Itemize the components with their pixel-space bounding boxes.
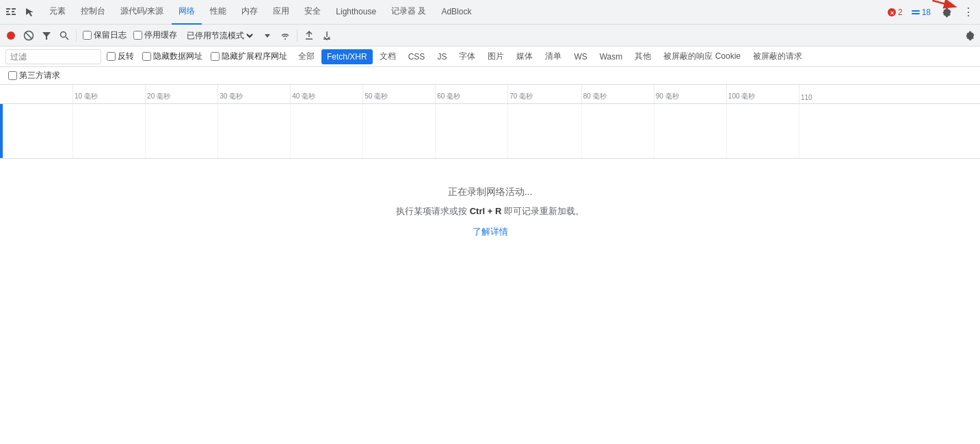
tab-performance[interactable]: 性能 [203, 0, 233, 25]
record-icon [5, 30, 16, 41]
third-party-checkbox[interactable]: 第三方请求 [5, 70, 63, 81]
timeline-grid-line [507, 104, 508, 158]
import-button[interactable] [301, 27, 317, 44]
tab-lighthouse[interactable]: Lighthouse [329, 0, 383, 25]
timeline-tick: 100 毫秒 [726, 85, 755, 103]
disable-cache-checkbox[interactable]: 停用缓存 [131, 29, 180, 41]
tab-network[interactable]: 网络 [172, 0, 202, 25]
error-icon: ✕ [887, 8, 897, 17]
filter-type-buttons: 全部Fetch/XHR文档CSSJS字体图片媒体清单WSWasm其他被屏蔽的响应… [293, 49, 808, 64]
timeline-tick-label: 90 毫秒 [654, 92, 679, 103]
network-settings-button[interactable] [961, 27, 977, 44]
tab-elements[interactable]: 元素 [42, 0, 72, 25]
timeline-grid-line [72, 104, 73, 158]
settings-button[interactable] [936, 3, 955, 22]
clear-button[interactable] [21, 27, 37, 44]
tab-recorder[interactable]: 记录器 及 [384, 0, 433, 25]
timeline-grid-line [362, 104, 363, 158]
timeline-grid-line [799, 104, 799, 158]
main-content: 正在录制网络活动... 执行某项请求或按 Ctrl + R 即可记录重新加载。 … [0, 159, 980, 266]
svg-line-15 [25, 32, 32, 39]
tab-application[interactable]: 应用 [266, 0, 296, 25]
timeline-blue-bar [0, 104, 3, 158]
timeline-grid-line [435, 104, 436, 158]
timeline-tick-label: 60 毫秒 [435, 92, 460, 103]
devtools-icon[interactable] [3, 4, 19, 21]
more-icon: ⋮ [963, 5, 973, 18]
timeline-tick: 30 毫秒 [217, 85, 243, 103]
timeline-tick: 10 毫秒 [72, 85, 98, 103]
filter-icon [41, 30, 52, 41]
third-party-row: 第三方请求 [0, 67, 980, 85]
filter-btn-blocked-requests[interactable]: 被屏蔽的请求 [747, 49, 808, 64]
filter-btn-img[interactable]: 图片 [482, 49, 509, 64]
info-icon [911, 8, 921, 17]
filter-btn-blocked-cookies[interactable]: 被屏蔽的响应 Cookie [658, 49, 746, 64]
timeline-tick-label: 100 毫秒 [726, 92, 755, 103]
filter-btn-css[interactable]: CSS [403, 49, 431, 64]
preserve-log-checkbox[interactable]: 保留日志 [80, 29, 129, 41]
timeline-grid-line [290, 104, 291, 158]
filter-input[interactable] [5, 49, 101, 64]
timeline-tick-label: 40 毫秒 [290, 92, 315, 103]
learn-more-link[interactable]: 了解详情 [473, 226, 508, 239]
reverse-checkbox[interactable]: 反转 [104, 51, 137, 62]
tab-console[interactable]: 控制台 [74, 0, 112, 25]
filter-btn-fetch[interactable]: Fetch/XHR [321, 49, 373, 64]
timeline-tick: 90 毫秒 [654, 85, 679, 103]
export-button[interactable] [319, 27, 335, 44]
toolbar-divider-2 [297, 29, 297, 42]
timeline-area [0, 104, 980, 159]
filter-btn-ws[interactable]: WS [568, 49, 592, 64]
wifi-icon-button[interactable] [277, 27, 293, 44]
settings-inline-icon [964, 30, 975, 41]
timeline-tick-label: 10 毫秒 [72, 92, 98, 103]
tab-security[interactable]: 安全 [297, 0, 328, 25]
filter-btn-wasm[interactable]: Wasm [594, 49, 628, 64]
record-button[interactable] [3, 27, 19, 44]
timeline-tick-label: 50 毫秒 [362, 92, 388, 103]
svg-marker-19 [265, 34, 270, 38]
error-badge[interactable]: ✕ 2 [884, 6, 905, 18]
throttle-dropdown-arrow[interactable] [259, 27, 276, 44]
filter-btn-manifest[interactable]: 清单 [540, 49, 567, 64]
throttle-select[interactable]: 已停用节流模式低速3G快速3G [184, 30, 255, 41]
svg-rect-10 [912, 13, 920, 14]
timeline-grid-line [654, 104, 654, 158]
hide-data-urls-checkbox[interactable]: 隐藏数据网址 [140, 51, 205, 62]
svg-marker-16 [42, 32, 51, 40]
filter-btn-doc[interactable]: 文档 [374, 49, 401, 64]
tab-adblock[interactable]: AdBlock [434, 0, 478, 25]
timeline-tick: 40 毫秒 [290, 85, 315, 103]
timeline-tick-label: 110 [799, 94, 812, 103]
hint-text: 执行某项请求或按 Ctrl + R 即可记录重新加载。 [396, 205, 584, 218]
filter-btn-font[interactable]: 字体 [453, 49, 481, 64]
top-nav-bar: 元素 控制台 源代码/来源 网络 性能 内存 应用 安全 Lighthouse … [0, 0, 980, 25]
more-button[interactable]: ⋮ [958, 3, 977, 22]
chevron-down-icon [263, 31, 272, 40]
filter-button[interactable] [38, 27, 55, 44]
svg-point-17 [61, 31, 66, 37]
toolbar-divider-1 [76, 29, 77, 42]
tab-memory[interactable]: 内存 [235, 0, 265, 25]
tab-sources[interactable]: 源代码/来源 [114, 0, 170, 25]
svg-rect-2 [6, 14, 10, 15]
svg-rect-0 [6, 8, 10, 10]
timeline-grid-line [217, 104, 218, 158]
filter-btn-media[interactable]: 媒体 [511, 49, 538, 64]
timeline-tick: 80 毫秒 [581, 85, 607, 103]
filter-btn-js[interactable]: JS [432, 49, 452, 64]
timeline-tick-label: 30 毫秒 [217, 92, 243, 103]
gear-icon [940, 7, 951, 18]
info-badge[interactable]: 18 [908, 6, 933, 18]
devtools-icons [3, 4, 38, 21]
search-button[interactable] [56, 27, 72, 44]
svg-rect-5 [12, 14, 16, 15]
cursor-icon[interactable] [22, 4, 38, 21]
filter-btn-other[interactable]: 其他 [629, 49, 657, 64]
filter-btn-all[interactable]: 全部 [293, 49, 320, 64]
timeline-tick-label: 70 毫秒 [507, 92, 533, 103]
timeline-grid-line [581, 104, 582, 158]
hide-extensions-checkbox[interactable]: 隐藏扩展程序网址 [208, 51, 290, 62]
download-icon [321, 30, 332, 41]
